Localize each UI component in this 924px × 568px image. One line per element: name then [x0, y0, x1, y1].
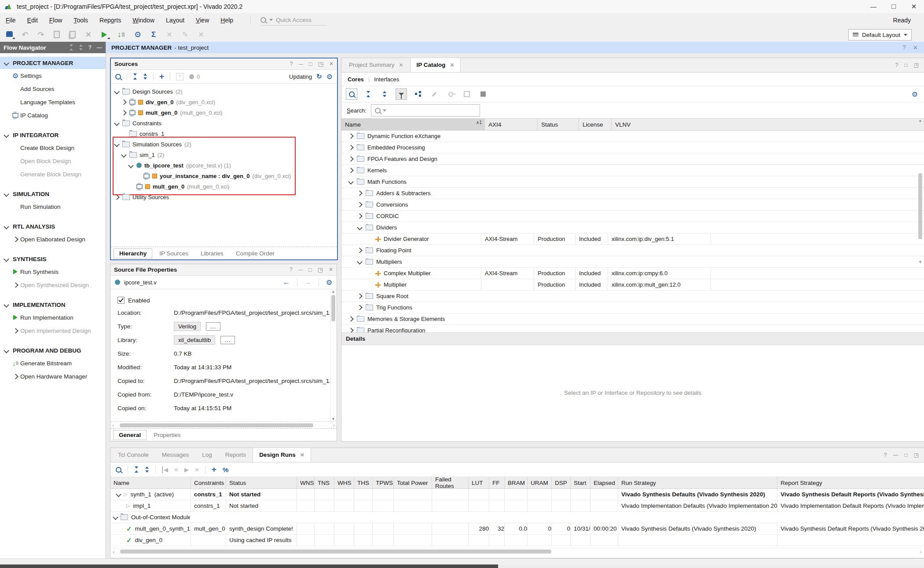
expand-all-icon[interactable]	[143, 73, 147, 80]
minimize-panel-icon[interactable]: —	[97, 44, 102, 51]
sources-tree-item-mult-gen-0[interactable]: mult_gen_0 (mult_gen_0.xci)	[111, 107, 337, 118]
minimize-icon[interactable]	[299, 61, 303, 67]
flownav-item-settings[interactable]: Settings	[0, 69, 106, 82]
expand-all-icon[interactable]	[145, 466, 149, 473]
ip-row-divider-generator[interactable]: Divider GeneratorAXI4-StreamProductionIn…	[341, 233, 924, 245]
close-button[interactable]	[904, 0, 924, 13]
chevron-down-icon[interactable]	[113, 514, 118, 520]
customize-ip-icon[interactable]	[429, 89, 440, 99]
group-by-hierarchy-icon[interactable]	[413, 89, 423, 99]
expand-all-icon[interactable]	[79, 44, 83, 51]
gear-icon[interactable]	[326, 73, 333, 81]
flownav-header-implementation[interactable]: IMPLEMENTATION	[0, 299, 106, 311]
chevron-right-icon[interactable]	[357, 202, 363, 208]
run-icon[interactable]	[98, 29, 111, 40]
menu-edit[interactable]: Edit	[22, 13, 44, 27]
chevron-right-icon[interactable]	[121, 99, 127, 105]
subtab-interfaces[interactable]: Interfaces	[374, 76, 399, 83]
step-back-icon[interactable]	[174, 466, 178, 473]
flownav-header-synthesis[interactable]: SYNTHESIS	[0, 253, 106, 265]
search-icon[interactable]	[346, 88, 357, 100]
chevron-right-icon[interactable]	[348, 316, 354, 322]
runs-column-lut[interactable]: LUT	[468, 477, 489, 488]
runs-column-tns[interactable]: TNS	[314, 477, 334, 488]
layout-selector[interactable]: Default Layout	[848, 29, 912, 40]
runs-column-dsp[interactable]: DSP	[551, 477, 570, 488]
quick-access[interactable]: Quick Access	[250, 15, 326, 25]
menu-window[interactable]: Window	[127, 13, 160, 27]
browse-button[interactable]: ...	[206, 322, 220, 331]
sources-tree-item-your-instance-name-div-gen-0[interactable]: your_instance_name : div_gen_0 (div_gen_…	[111, 171, 337, 181]
ip-row-complex-multiplier[interactable]: Complex MultiplierAXI4-StreamProductionI…	[341, 268, 924, 279]
runs-column-ff[interactable]: FF	[489, 477, 504, 488]
chevron-right-icon[interactable]	[13, 282, 18, 288]
license-key-icon[interactable]	[445, 89, 456, 99]
sum-icon[interactable]	[147, 29, 160, 40]
tab-log[interactable]: Log	[195, 448, 219, 462]
collapse-all-icon[interactable]	[134, 466, 139, 473]
scrollbar-thumb[interactable]	[120, 423, 313, 427]
flownav-item-open-implemented-design[interactable]: Open Implemented Design	[0, 324, 106, 337]
flownav-item-create-block-design[interactable]: Create Block Design	[0, 141, 106, 154]
ip-row-square-root[interactable]: Square Root	[341, 291, 924, 302]
chevron-down-icon[interactable]	[357, 259, 363, 265]
flownav-item-generate-block-design[interactable]: Generate Block Design	[0, 167, 106, 181]
sources-tab-libraries[interactable]: Libraries	[195, 249, 229, 258]
flownav-item-run-simulation[interactable]: Run Simulation	[0, 200, 106, 213]
flownav-item-generate-bitstream[interactable]: Generate Bitstream	[0, 357, 106, 370]
resource-utilization-icon[interactable]	[223, 466, 228, 473]
gear-icon[interactable]	[912, 90, 918, 98]
scrollbar-thumb[interactable]	[120, 550, 551, 553]
runs-column-uram[interactable]: URAM	[527, 477, 551, 488]
close-icon[interactable]	[329, 61, 334, 67]
chevron-right-icon[interactable]	[357, 190, 363, 196]
chevron-down-icon[interactable]	[348, 179, 354, 185]
ip-row-dynamic-function-exchange[interactable]: Dynamic Function eXchange	[341, 131, 924, 142]
maximize-icon[interactable]: □	[904, 452, 907, 458]
sources-tree-item-sim-1[interactable]: sim_1 (2)	[111, 149, 337, 160]
help-icon[interactable]: ?	[884, 452, 887, 458]
chevron-down-icon[interactable]	[114, 89, 120, 95]
chevron-right-icon[interactable]	[121, 110, 127, 116]
tab-messages[interactable]: Messages	[155, 448, 196, 462]
sources-tree-item-constraints[interactable]: Constraints	[111, 118, 337, 128]
help-icon[interactable]: ?	[895, 62, 898, 68]
redo-icon[interactable]	[34, 29, 48, 40]
sources-tree-item-simulation-sources[interactable]: Simulation Sources (2)	[111, 139, 337, 149]
maximize-button[interactable]	[884, 0, 904, 13]
float-icon[interactable]	[318, 266, 323, 273]
refresh-icon[interactable]	[316, 73, 322, 80]
ip-row-conversions[interactable]: Conversions	[341, 199, 924, 211]
sources-tab-compile-order[interactable]: Compile Order	[231, 249, 280, 258]
run-row-div-gen-0[interactable]: ✓div_gen_0Using cached IP results	[110, 535, 924, 546]
chevron-right-icon[interactable]	[348, 133, 354, 139]
ip-row-floating-point[interactable]: Floating Point	[341, 245, 924, 256]
menu-tools[interactable]: Tools	[68, 13, 94, 27]
paste-icon[interactable]	[66, 29, 79, 40]
enabled-checkbox[interactable]	[117, 297, 125, 304]
chevron-right-icon[interactable]	[13, 237, 18, 242]
vertical-scrollbar[interactable]: ▲ ▼	[330, 289, 336, 422]
scrollbar-thumb[interactable]	[918, 173, 922, 239]
properties-panel-header[interactable]: Source File Properties	[110, 264, 337, 276]
sources-tree-item-mult-gen-0[interactable]: mult_gen_0 (mult_gen_0.xci)	[111, 181, 337, 192]
chevron-down-icon[interactable]	[114, 120, 120, 126]
flownav-item-open-hardware-manager[interactable]: Open Hardware Manager	[0, 370, 106, 383]
flownav-item-run-synthesis[interactable]: Run Synthesis	[0, 265, 106, 278]
debug-chip-icon[interactable]	[462, 89, 472, 99]
flownav-header-rtl-analysis[interactable]: RTL ANALYSIS	[0, 220, 106, 233]
minimize-button[interactable]	[863, 0, 884, 13]
undo-icon[interactable]	[18, 29, 32, 40]
menu-help[interactable]: Help	[215, 13, 239, 27]
back-icon[interactable]	[283, 278, 290, 286]
ip-search-input[interactable]	[389, 107, 476, 114]
chevron-down-icon[interactable]	[121, 152, 127, 158]
runs-column-constraints[interactable]: Constraints	[191, 477, 226, 488]
chevron-down-icon[interactable]	[4, 191, 9, 197]
chevron-right-icon[interactable]	[357, 305, 363, 310]
chevron-down-icon[interactable]	[4, 132, 9, 138]
close-icon[interactable]: ✕	[913, 44, 918, 51]
horizontal-scrollbar[interactable]: ‹›	[111, 422, 336, 428]
run-row-synth-1[interactable]: ▷synth_1 (active)constrs_1Not startedViv…	[110, 489, 924, 500]
ip-row-dividers[interactable]: Dividers	[341, 222, 924, 233]
